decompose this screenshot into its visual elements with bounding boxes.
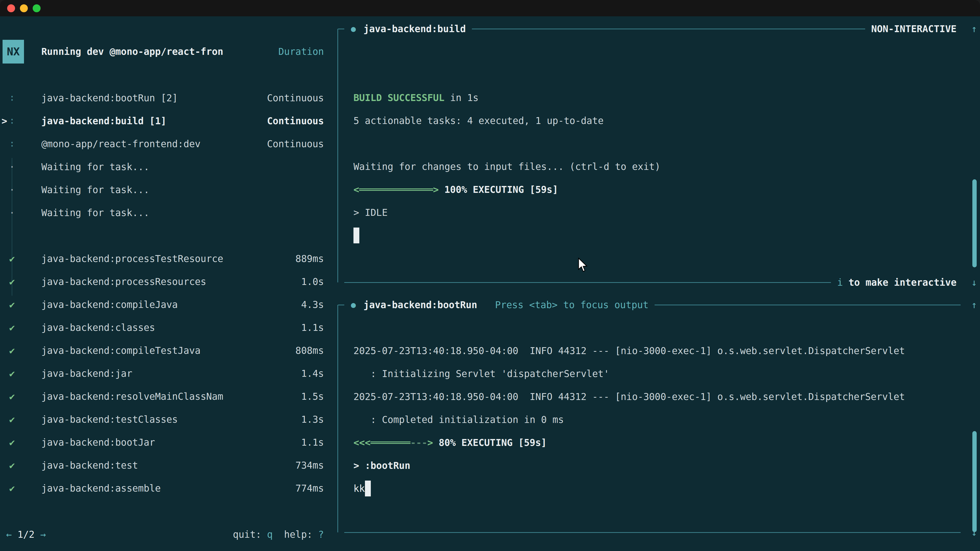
- task-duration: 1.1s: [301, 437, 324, 448]
- task-row-completed[interactable]: ✔ java-backend:resolveMainClassNam 1.5s: [0, 385, 337, 408]
- task-row-waiting[interactable]: · Waiting for task...: [0, 178, 337, 201]
- focus-output-hint: Press <tab> to focus output: [495, 300, 649, 310]
- progress-label: 100% EXECUTING [59s]: [444, 184, 558, 195]
- task-name: java-backend:bootRun [2]: [41, 93, 267, 103]
- progress-bar-open: <<<: [353, 437, 371, 448]
- pager-spacer: [35, 529, 40, 540]
- nx-tui: NX Running dev @mono-app/react-fron Dura…: [0, 16, 980, 551]
- gradle-progress-line: <<<═══════--->80% EXECUTING [59s]: [353, 431, 980, 454]
- running-task-list: ∶ java-backend:bootRun [2] Continuous > …: [0, 86, 337, 224]
- waiting-bullet-icon: ·: [0, 207, 41, 218]
- task-row-completed[interactable]: ✔ java-backend:classes 1.1s: [0, 316, 337, 339]
- selected-task-arrow-icon: >: [2, 116, 7, 127]
- interactive-hint-key[interactable]: i: [837, 277, 843, 288]
- task-row-completed[interactable]: ✔ java-backend:processTestResource 889ms: [0, 247, 337, 270]
- task-duration: 808ms: [296, 345, 324, 356]
- task-name: java-backend:build [1]: [41, 116, 267, 127]
- task-status: Continuous: [267, 138, 324, 149]
- task-name: java-backend:processTestResource: [41, 253, 296, 264]
- pane-title: java-backend:bootRun: [363, 300, 477, 310]
- build-result-line: BUILD SUCCESSFUL in 1s: [353, 86, 980, 110]
- task-name: java-backend:compileJava: [41, 299, 301, 310]
- scroll-up-icon[interactable]: ↑: [967, 300, 977, 310]
- pager-next-icon[interactable]: →: [40, 529, 46, 540]
- check-icon: ✔: [0, 414, 41, 425]
- stdin-input-line[interactable]: kk: [353, 477, 980, 500]
- task-row-waiting[interactable]: · Waiting for task...: [0, 201, 337, 224]
- cursor-line: [353, 224, 980, 247]
- task-name: java-backend:resolveMainClassNam: [41, 391, 301, 402]
- pane-footer: ↓: [338, 521, 977, 544]
- output-pane-bootrun[interactable]: ● java-backend:bootRun Press <tab> to fo…: [337, 305, 980, 532]
- task-duration: 889ms: [296, 253, 324, 264]
- log-line: : Initializing Servlet 'dispatcherServle…: [353, 362, 980, 386]
- scroll-down-icon[interactable]: ↓: [967, 277, 977, 288]
- text-cursor: [365, 481, 371, 496]
- task-name: java-backend:assemble: [41, 483, 296, 494]
- waiting-bullet-icon: ·: [0, 162, 41, 172]
- task-name: java-backend:compileTestJava: [41, 345, 296, 356]
- scrollbar-thumb[interactable]: [972, 431, 977, 532]
- progress-bar: <═════════════>: [353, 184, 439, 195]
- task-row-frontend-dev[interactable]: ∶ @mono-app/react-frontend:dev Continuou…: [0, 132, 337, 156]
- waiting-line: Waiting for changes to input files... (c…: [353, 156, 980, 178]
- check-icon: ✔: [0, 368, 41, 379]
- task-summary-line: 5 actionable tasks: 4 executed, 1 up-to-…: [353, 110, 980, 132]
- output-pane-build[interactable]: ● java-backend:build NON-INTERACTIVE ↑ B…: [337, 29, 980, 283]
- blank-line: [353, 132, 980, 156]
- task-row-completed[interactable]: ✔ java-backend:processResources 1.0s: [0, 270, 337, 293]
- task-duration: 1.0s: [301, 276, 324, 287]
- task-row-waiting[interactable]: · Waiting for task...: [0, 156, 337, 178]
- pane-border-line: [338, 305, 344, 305]
- scrollbar-thumb[interactable]: [972, 179, 977, 267]
- task-name: Waiting for task...: [41, 184, 324, 195]
- waiting-bullet-icon: ·: [0, 184, 41, 195]
- task-row-completed[interactable]: ✔ java-backend:assemble 774ms: [0, 477, 337, 500]
- zoom-button[interactable]: [33, 4, 41, 12]
- sidebar-header: NX Running dev @mono-app/react-fron Dura…: [3, 40, 324, 64]
- build-output-log: BUILD SUCCESSFUL in 1s 5 actionable task…: [338, 29, 980, 247]
- pane-footer: i to make interactive ↓: [338, 271, 977, 294]
- bootrun-prompt-line: > :bootRun: [353, 454, 980, 477]
- task-dot-icon: ●: [351, 300, 356, 310]
- task-row-completed[interactable]: ✔ java-backend:compileTestJava 808ms: [0, 339, 337, 362]
- pane-border-line: [344, 282, 831, 283]
- progress-label: 80% EXECUTING [59s]: [439, 437, 547, 448]
- check-icon: ✔: [0, 322, 41, 333]
- task-row-completed[interactable]: ✔ java-backend:compileJava 4.3s: [0, 293, 337, 316]
- task-duration: 774ms: [296, 483, 324, 494]
- task-row-completed[interactable]: ✔ java-backend:jar 1.4s: [0, 362, 337, 385]
- task-row-completed[interactable]: ✔ java-backend:test 734ms: [0, 454, 337, 477]
- task-row-completed[interactable]: ✔ java-backend:bootJar 1.1s: [0, 431, 337, 454]
- keyboard-hints: quit: q help: ?: [233, 529, 324, 540]
- check-icon: ✔: [0, 299, 41, 310]
- pane-border-line: [472, 29, 865, 29]
- minimize-button[interactable]: [20, 4, 28, 12]
- nx-logo: NX: [3, 40, 24, 64]
- task-status: Continuous: [267, 93, 324, 103]
- quit-key[interactable]: q: [267, 529, 272, 540]
- interactive-hint-text: to make interactive: [849, 277, 956, 288]
- check-icon: ✔: [0, 483, 41, 494]
- task-row-bootrun[interactable]: ∶ java-backend:bootRun [2] Continuous: [0, 86, 337, 110]
- scroll-up-icon[interactable]: ↑: [967, 24, 977, 35]
- progress-bar-unfilled: ---: [410, 437, 428, 448]
- pane-header: ● java-backend:build NON-INTERACTIVE ↑: [338, 17, 977, 40]
- help-key[interactable]: ?: [318, 529, 324, 540]
- output-area: ● java-backend:build NON-INTERACTIVE ↑ B…: [337, 16, 980, 551]
- task-spinner-icon: ∶: [0, 138, 41, 149]
- pane-border-line: [338, 29, 344, 29]
- log-line: : Completed initialization in 0 ms: [353, 408, 980, 431]
- pane-header: ● java-backend:bootRun Press <tab> to fo…: [338, 293, 977, 316]
- task-row-completed[interactable]: ✔ java-backend:testClasses 1.3s: [0, 408, 337, 431]
- pager-prev-icon[interactable]: ←: [6, 529, 12, 540]
- task-dot-icon: ●: [351, 24, 356, 34]
- close-button[interactable]: [7, 4, 15, 12]
- check-icon: ✔: [0, 437, 41, 448]
- pager-page: 1/2: [18, 529, 35, 540]
- task-spinner-icon: ∶: [0, 93, 41, 103]
- task-name: Waiting for task...: [41, 207, 324, 218]
- check-icon: ✔: [0, 345, 41, 356]
- task-row-build-selected[interactable]: > ∶ java-backend:build [1] Continuous: [0, 110, 337, 132]
- task-name: java-backend:bootJar: [41, 437, 301, 448]
